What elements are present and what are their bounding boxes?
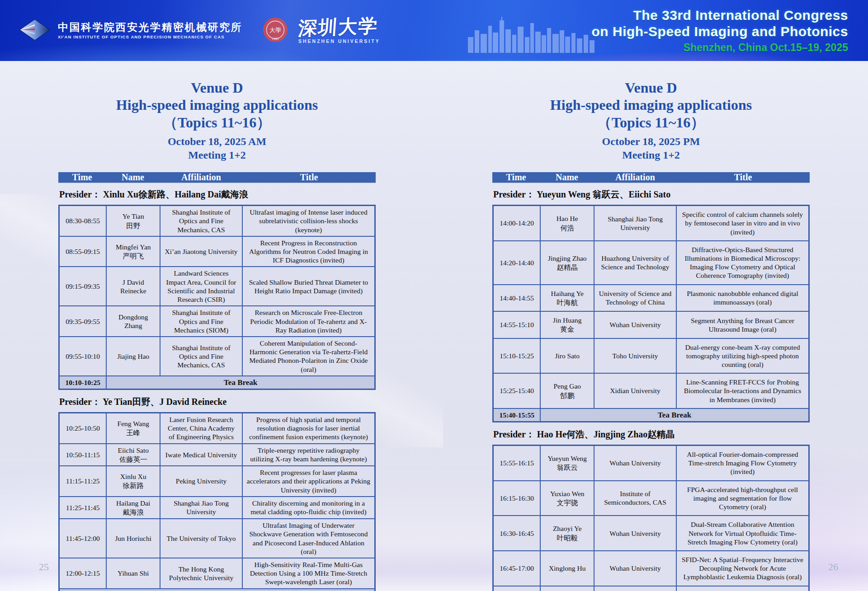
name-cell: Yihuan Shi	[106, 558, 160, 589]
affiliation-cell: Shanghai Jiao Tong University	[160, 497, 242, 519]
time-cell: 09:55-10:10	[59, 337, 107, 376]
szu-seal-icon: 大學 1983	[262, 17, 288, 45]
schedule-row: 12:00-12:15Yihuan ShiThe Hong Kong Polyt…	[59, 558, 375, 589]
speaker-name-cn: 叶昭毅	[544, 534, 590, 542]
name-cell: Yueyun Weng翁跃云	[540, 445, 594, 480]
program-page: 中国科学院西安光学精密机械研究所 XI'AN INSTITUTE OF OPTI…	[0, 0, 868, 591]
schedule-row: 14:55-15:10Jin Huang黄金Wuhan UniversitySe…	[493, 311, 809, 338]
talk-title-cell: Line-Scanning FRET-FCCS for Probing Biom…	[676, 373, 809, 408]
svg-text:1983: 1983	[272, 37, 278, 40]
talk-title-cell: SFID-Net: A Spatial–Frequency Interactiv…	[676, 551, 809, 586]
time-cell: 14:55-15:10	[493, 311, 541, 338]
name-cell: Xinlu Xu徐新路	[106, 466, 160, 497]
break-time-cell: 15:40-15:55	[493, 408, 541, 422]
speaker-name-cn: 田野	[110, 221, 156, 230]
break-label: Lunch	[59, 589, 375, 591]
xiopm-name-cn: 中国科学院西安光学精密机械研究所	[58, 21, 242, 33]
affiliation-cell: Xidian University	[594, 373, 676, 408]
name-cell: Jiajing Hao	[106, 337, 160, 376]
congress-location-date: Shenzhen, China Oct.15–19, 2025	[591, 41, 848, 54]
affiliation-cell: Shanghai Institute of Optics and Fine Me…	[160, 306, 242, 337]
affiliation-cell: Shanghai Jiao Tong University	[594, 206, 676, 241]
time-cell: 16:45-17:00	[493, 551, 541, 586]
affiliation-cell: The University of Tokyo	[160, 519, 242, 558]
name-cell: Jingjing Zhao赵精晶	[540, 241, 594, 285]
talk-title-cell: Segment Anything for Breast Cancer Ultra…	[676, 311, 809, 338]
speaker-name: Dongdong Zhang	[110, 313, 156, 330]
speaker-name: Feng Wang	[110, 419, 156, 428]
speaker-name: Jun Horiuchi	[110, 534, 156, 543]
szu-name-en: SHENZHEN UNIVERSITY	[298, 39, 380, 44]
column-header: Affiliation	[594, 172, 677, 183]
talk-title-cell: High-Sensitivity Real-Time Multi-Gas Det…	[242, 558, 375, 589]
session-datetime: October 18, 2025 PM Meeting 1+2	[602, 135, 700, 162]
speaker-name: Eiichi Sato	[110, 446, 156, 455]
speaker-name: Yueyun Weng	[544, 454, 590, 463]
schedule-row: 10:25-10:50Feng Wang王峰Laser Fusion Resea…	[59, 413, 375, 443]
skyline-graphic	[466, 17, 597, 55]
session-meeting: Meeting 1+2	[602, 148, 700, 162]
speaker-name-cn: 严明飞	[110, 252, 156, 260]
talk-title-cell: Recent Progress in Reconstruction Algori…	[242, 236, 375, 267]
affiliation-cell: Xi’an Jiaotong University	[160, 236, 242, 267]
time-cell: 10:25-10:50	[59, 413, 107, 443]
affiliation-cell: Wuhan University	[594, 551, 676, 586]
table-header-bar: TimeNameAffiliationTitle	[58, 172, 376, 183]
presider-line: Presider： Xinlu Xu徐新路、Hailang Dai戴海浪	[59, 188, 376, 201]
table-header-bar: TimeNameAffiliationTitle	[492, 172, 810, 183]
venue-title: Venue D High-speed imaging applications …	[550, 79, 752, 131]
affiliation-cell: Osaka University	[594, 586, 676, 591]
schedule-row: 14:20-14:40Jingjing Zhao赵精晶Huazhong Univ…	[493, 241, 809, 285]
break-label: Tea Break	[540, 408, 809, 422]
venue-title-line2: High-speed imaging applications	[550, 96, 752, 113]
talk-title-cell: Diffractive-Optics-Based Structured Illu…	[676, 241, 809, 285]
speaker-name: Hailang Dai	[110, 499, 156, 507]
speaker-name: J David Reinecke	[110, 278, 156, 295]
affiliation-cell: Shanghai Institute of Optics and Fine Me…	[160, 337, 242, 376]
svg-text:大學: 大學	[269, 27, 281, 33]
speaker-name-cn: 王峰	[110, 428, 156, 437]
session-date: October 18, 2025 AM	[168, 135, 266, 148]
presider-line: Presider： Hao He何浩、Jingjing Zhao赵精晶	[493, 428, 810, 441]
speaker-name-cn: 何浩	[544, 224, 590, 232]
affiliation-cell: Iwate Medical University	[160, 444, 242, 466]
speaker-name: Peng Gao	[544, 382, 590, 390]
talk-title-cell: Progress of high spatial and temporal re…	[242, 413, 375, 443]
schedule-row: 15:55-16:15Yueyun Weng翁跃云Wuhan Universit…	[493, 445, 809, 480]
affiliation-cell: Toho University	[594, 338, 676, 374]
time-cell: 14:40-14:55	[493, 285, 541, 311]
talk-title-cell: Plasmonic nanobubble enhanced digital im…	[676, 285, 809, 311]
name-cell: Yuxiao Wen文宇骁	[540, 481, 594, 516]
speaker-name: Xinglong Hu	[544, 564, 590, 572]
presider-line: Presider： Yueyun Weng 翁跃云、Eiichi Sato	[493, 188, 810, 201]
sessions-container: Presider： Yueyun Weng 翁跃云、Eiichi Sato 14…	[492, 183, 810, 591]
schedule-row: 16:45-17:00Xinglong HuWuhan UniversitySF…	[493, 551, 809, 586]
name-cell: Xinglong Hu	[540, 551, 594, 586]
speaker-name: Jingjing Zhao	[544, 254, 590, 263]
talk-title-cell: FPGA-accelerated high-throughput cell im…	[676, 481, 809, 516]
program-column: Venue D High-speed imaging applications …	[434, 61, 868, 591]
schedule-row: 14:00-14:20Hao He何浩Shanghai Jiao Tong Un…	[493, 206, 809, 241]
time-cell: 11:25-11:45	[59, 497, 107, 519]
speaker-name: Mingfei Yan	[110, 243, 156, 251]
time-cell: 14:00-14:20	[493, 206, 541, 241]
name-cell: Hailang Dai戴海浪	[106, 497, 160, 519]
talk-title-cell: Chirality discerning and monitoring in a…	[242, 497, 375, 519]
time-cell: 12:00-12:15	[59, 558, 107, 589]
column-header: Title	[242, 172, 376, 183]
speaker-name: Ye Tian	[110, 212, 156, 220]
talk-title-cell: Dual-Stream Collaborative Attention Netw…	[676, 516, 809, 551]
szu-name-cn: 深圳大学	[297, 16, 381, 38]
venue-title-line3: （Topics 11~16）	[550, 114, 752, 131]
column-header: Name	[106, 172, 160, 183]
affiliation-cell: Wuhan University	[594, 311, 676, 338]
name-cell: Eiichi Sato佐藤英一	[106, 444, 160, 466]
affiliation-cell: Shanghai Institute of Optics and Fine Me…	[160, 206, 242, 236]
break-row: 15:40-15:55Tea Break	[493, 408, 809, 422]
talk-title-cell: Ultrafast imaging of Intense laser induc…	[242, 206, 375, 236]
presider-line: Presider： Ye Tian田野、J David Reinecke	[59, 396, 376, 408]
session-datetime: October 18, 2025 AM Meeting 1+2	[168, 135, 266, 162]
name-cell: Tomoaki Okumura	[540, 586, 594, 591]
column-header: Time	[58, 172, 106, 183]
venue-title-line2: High-speed imaging applications	[116, 96, 318, 113]
